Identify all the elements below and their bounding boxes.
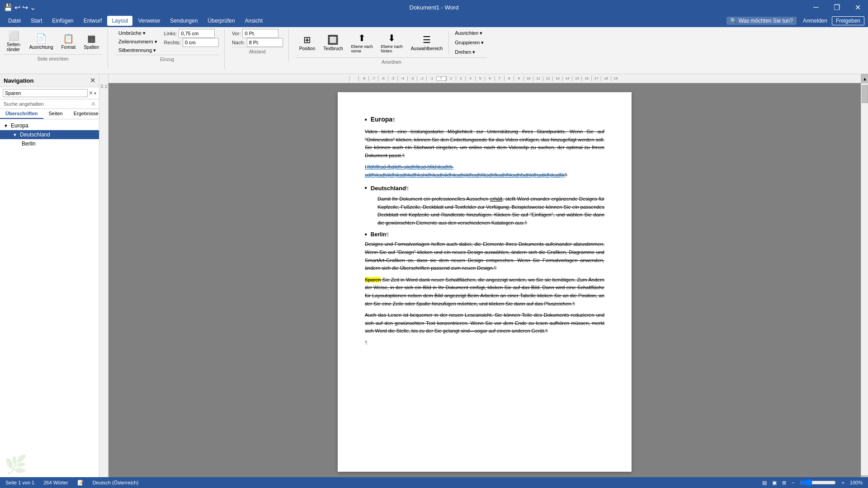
ebene-hinten-icon: ⬇ — [388, 33, 396, 43]
nav-tab-ergebnisse[interactable]: Ergebnisse — [68, 109, 99, 119]
nav-search-bar: ✕ ▾ — [0, 87, 99, 99]
doc-para-deutschland: Damit Ihr Dokument ein professionelles A… — [377, 195, 604, 227]
anordnen-row: ⊞ Position 🔲 Textbruch ⬆ Ebene nachvorne… — [296, 29, 487, 56]
nav-item-label-berlin: Berlin — [22, 141, 36, 147]
doc-para-link: Hfdhflhsd-fhdjkfh-sjkdhfjksd-hfjkhjksdhf… — [365, 163, 604, 179]
abstand-vor-input[interactable] — [242, 29, 278, 38]
nav-search-dropdown-icon[interactable]: ▾ — [94, 91, 96, 96]
customize-quick-icon[interactable]: ⌄ — [30, 3, 36, 12]
undo-icon[interactable]: ↩ — [14, 3, 20, 12]
ausrichtung-icon: 📄 — [36, 33, 47, 44]
doc-para-empty: ¶ — [365, 339, 604, 347]
ribbon-btn-silbentrennung[interactable]: Silbentrennung ▾ — [115, 46, 160, 55]
menu-entwurf[interactable]: Entwurf — [79, 16, 107, 26]
zoom-level: 100% — [850, 480, 863, 485]
title-bar: 💾 ↩ ↪ ⌄ Dokument1 - Word ─ ❐ ✕ — [0, 0, 868, 14]
ribbon-btn-gruppieren[interactable]: Gruppieren ▾ — [452, 38, 487, 47]
save-quick-icon[interactable]: 💾 — [4, 3, 13, 12]
einzug-rechts-input[interactable] — [183, 38, 219, 47]
nav-search-clear-icon[interactable]: ✕ — [89, 90, 93, 96]
einzug-split: Umbrüche ▾ Zeilennummern ▾ Silbentrennun… — [115, 29, 219, 55]
ribbon-btn-textbruch[interactable]: 🔲 Textbruch — [320, 31, 346, 55]
ribbon-group-abstand: Vor: Nach: Abstand — [232, 29, 289, 61]
menu-ueberpruefen[interactable]: Überprüfen — [203, 16, 240, 26]
europa-bullet: ■ — [365, 117, 367, 122]
ribbon-btn-zeilennummern[interactable]: Zeilennummern ▾ — [115, 38, 160, 46]
nav-tab-seiten[interactable]: Seiten — [43, 109, 68, 119]
zoom-in-icon[interactable]: + — [841, 480, 844, 485]
menu-verweise[interactable]: Verweise — [133, 16, 165, 26]
nav-item-label-deutschland: Deutschland — [20, 131, 50, 138]
left-ruler: 1 2 3 4 5 6 7 8 9 10 11 12 13 14 15 16 1… — [99, 74, 108, 484]
nav-watermark: 🌿 — [5, 454, 27, 475]
auswahlbereich-icon: ☰ — [423, 34, 431, 45]
ribbon-btn-ebene-vorne[interactable]: ⬆ Ebene nachvorne — [348, 31, 376, 55]
menu-datei[interactable]: Datei — [4, 16, 25, 26]
menu-ansicht[interactable]: Ansicht — [241, 16, 267, 26]
ribbon-row-main-btns: ⬜ Seiten-ränder 📄 Ausrichtung 📋 Format ▦… — [4, 29, 102, 53]
nav-tab-ueberschriften[interactable]: Überschriften — [0, 109, 43, 119]
scroll-thumb[interactable] — [862, 85, 868, 103]
menu-start[interactable]: Start — [26, 16, 47, 26]
document-area[interactable]: -8 -7 -6 -5 -4 -3 -2 -1 1 2 3 4 5 6 7 8 — [108, 74, 861, 484]
ribbon-btn-ausrichtung[interactable]: 📄 Ausrichtung — [26, 29, 57, 53]
menu-einfuegen[interactable]: Einfügen — [47, 16, 78, 26]
doc-wrapper: 1 2 3 4 5 6 7 8 9 10 11 12 13 14 15 16 1… — [99, 74, 868, 484]
ribbon-btn-seitenraender[interactable]: ⬜ Seiten-ränder — [4, 29, 24, 53]
ribbon-btn-format[interactable]: 📋 Format — [58, 29, 79, 53]
minimize-button[interactable]: ─ — [806, 0, 826, 14]
group-label-abstand: Abstand — [232, 47, 283, 54]
view-normal-icon[interactable]: ▤ — [762, 480, 767, 486]
format-icon: 📋 — [63, 33, 74, 44]
status-words: 264 Wörter — [43, 480, 68, 485]
anordnen-secondary: Ausrichten ▾ Gruppieren ▾ Drehen ▾ — [452, 29, 487, 56]
group-label-anordnen: Anordnen — [296, 57, 487, 65]
nav-tree-item-europa[interactable]: ▼ Europa — [0, 121, 99, 130]
menu-layout[interactable]: Layout — [107, 16, 132, 26]
restore-button[interactable]: ❐ — [826, 0, 847, 14]
redo-icon[interactable]: ↪ — [22, 3, 28, 12]
textbruch-icon: 🔲 — [327, 34, 339, 45]
zoom-out-icon[interactable]: − — [792, 480, 794, 485]
right-scrollbar[interactable]: ▲ ▼ — [861, 74, 868, 484]
menu-sendungen[interactable]: Sendungen — [165, 16, 202, 26]
share-button[interactable]: Freigeben — [832, 16, 864, 25]
view-web-icon[interactable]: ⊞ — [782, 480, 786, 486]
abstand-nach-input[interactable] — [247, 38, 283, 47]
top-ruler-marks: -8 -7 -6 -5 -4 -3 -2 -1 1 2 3 4 5 6 7 8 — [349, 76, 620, 81]
link-text: Hfdhflhsd-fhdjkfh-sjkdhfjksd-hfjkhjksdhf… — [365, 164, 565, 178]
ribbon-btn-ebene-hinten[interactable]: ⬇ Ebene nachhinten — [378, 31, 406, 55]
zoom-slider[interactable] — [800, 479, 836, 486]
left-ruler-marks: 1 2 3 4 5 6 7 8 9 10 11 12 13 14 15 16 1… — [99, 80, 108, 93]
scroll-track[interactable] — [861, 83, 868, 475]
signin-button[interactable]: Anmelden — [803, 18, 827, 24]
nav-panel-close-icon[interactable]: ✕ — [90, 77, 95, 84]
nav-status-icon: ⚠ — [91, 101, 95, 106]
window-title: Dokument1 - Word — [410, 4, 459, 11]
ribbon-btn-spalten[interactable]: ▦ Spalten — [80, 29, 102, 53]
status-page: Seite 1 von 1 — [5, 480, 34, 485]
status-language: Deutsch (Österreich) — [93, 480, 138, 485]
nav-tree-item-deutschland[interactable]: ▼ Deutschland — [0, 130, 99, 139]
group-label-einzug: Einzug — [115, 55, 219, 62]
scroll-up-button[interactable]: ▲ — [861, 74, 868, 83]
doc-para-1: Video bietet eine leistungsstarke Möglic… — [365, 128, 604, 160]
heading-europa: ■ Europa¶ — [365, 115, 604, 124]
europa-expand-icon: ▼ — [4, 123, 9, 128]
ribbon-btn-auswahlbereich[interactable]: ☰ Auswahlbereich — [408, 31, 446, 55]
ribbon-btn-drehen[interactable]: Drehen ▾ — [452, 48, 487, 56]
document-page[interactable]: ■ Europa¶ Video bietet eine leistungssta… — [338, 92, 632, 472]
close-button[interactable]: ✕ — [847, 0, 868, 14]
ribbon-btn-position[interactable]: ⊞ Position — [296, 31, 319, 55]
ribbon-btn-ausrichten[interactable]: Ausrichten ▾ — [452, 29, 487, 38]
nav-search-status: Suche angehalten ⚠ — [0, 99, 99, 109]
view-print-icon[interactable]: ▣ — [772, 480, 777, 486]
window-controls: ─ ❐ ✕ — [806, 0, 868, 14]
nav-tree-item-berlin[interactable]: Berlin — [0, 139, 99, 148]
einzug-links-input[interactable] — [179, 29, 215, 38]
ribbon-btn-umbrueche[interactable]: Umbrüche ▾ — [115, 29, 160, 38]
spalten-icon: ▦ — [87, 33, 96, 44]
tell-me-search[interactable]: 🔍 Was möchten Sie tun? — [726, 17, 797, 25]
nav-search-input[interactable] — [3, 89, 88, 97]
deutschland-heading-text: Deutschland¶ — [371, 184, 409, 193]
